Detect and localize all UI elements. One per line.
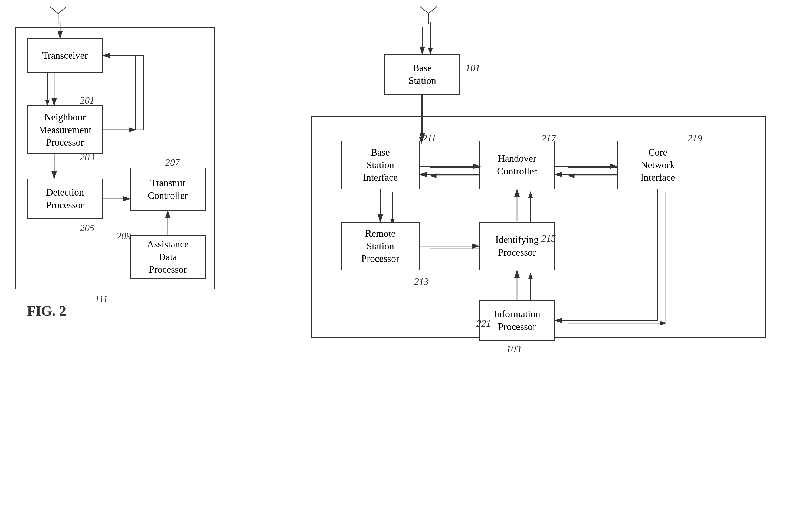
left-antenna [48, 5, 69, 27]
identifying-processor-box: IdentifyingProcessor [479, 222, 555, 270]
label-207: 207 [165, 157, 180, 168]
fig-label: FIG. 2 [27, 303, 66, 319]
neighbour-measurement-box: NeighbourMeasurementProcessor [27, 106, 103, 154]
label-213: 213 [414, 276, 429, 287]
core-network-interface-box: CoreNetworkInterface [617, 141, 698, 189]
assistance-data-box: AssistanceDataProcessor [130, 235, 206, 279]
label-103: 103 [506, 343, 521, 355]
transmit-controller-box: TransmitController [130, 168, 206, 211]
right-antenna [418, 5, 439, 27]
label-205: 205 [80, 222, 94, 234]
base-station-box: BaseStation [384, 54, 460, 95]
label-211: 211 [422, 133, 436, 144]
label-101: 101 [465, 62, 480, 74]
label-219: 219 [688, 133, 702, 144]
base-station-interface-box: BaseStationInterface [341, 141, 420, 189]
main-diagram: Transceiver NeighbourMeasurementProcesso… [0, 0, 805, 532]
label-201: 201 [80, 95, 94, 106]
handover-controller-box: HandoverController [479, 141, 555, 189]
label-111: 111 [95, 293, 108, 305]
label-221: 221 [476, 318, 491, 329]
transceiver-box: Transceiver [27, 38, 103, 73]
remote-station-processor-box: RemoteStationProcessor [341, 222, 420, 270]
label-217: 217 [541, 133, 556, 144]
label-203: 203 [80, 151, 94, 163]
detection-processor-box: DetectionProcessor [27, 178, 103, 219]
label-209: 209 [116, 230, 131, 242]
label-215: 215 [541, 233, 556, 244]
